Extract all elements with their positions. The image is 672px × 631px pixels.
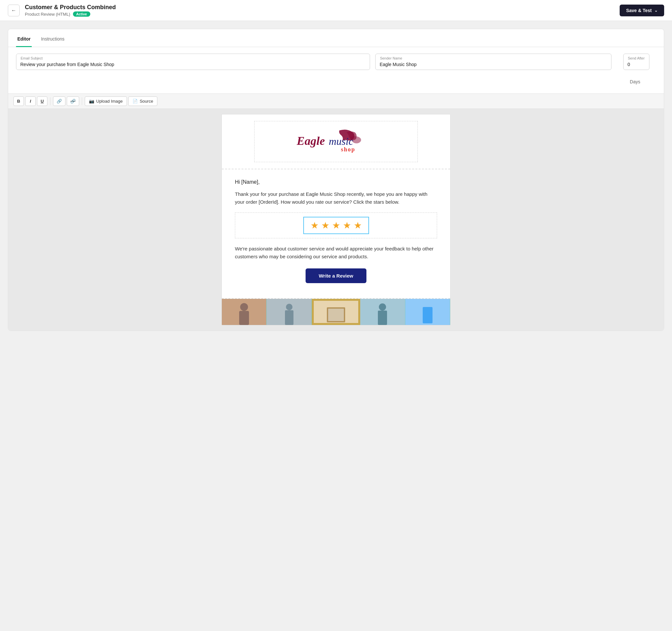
write-review-button[interactable]: Write a Review xyxy=(306,269,366,283)
svg-rect-6 xyxy=(285,310,293,325)
send-after-field: Send After Days xyxy=(617,54,656,87)
header-left: ← Customer & Products Combined Product R… xyxy=(8,4,116,17)
form-row: Email Subject Sender Name Send After Day… xyxy=(8,47,664,94)
tabs: Editor Instructions xyxy=(8,32,664,47)
toolbar-divider xyxy=(50,97,50,105)
header-subtitle: Product Review (HTML) xyxy=(25,12,70,17)
svg-point-5 xyxy=(286,304,292,310)
strip-image-3 xyxy=(312,299,360,325)
underline-button[interactable]: U xyxy=(37,97,47,106)
svg-point-3 xyxy=(240,303,248,311)
upload-image-label: Upload Image xyxy=(96,99,123,104)
email-subject-field: Email Subject xyxy=(16,54,370,70)
image-strip xyxy=(222,299,450,325)
header-sub: Product Review (HTML) Active xyxy=(25,11,116,17)
chevron-down-icon: ⌄ xyxy=(654,8,657,13)
svg-text:music: music xyxy=(329,135,353,147)
link-button[interactable]: 🔗 xyxy=(53,97,66,106)
svg-rect-11 xyxy=(423,307,433,323)
days-label: Days xyxy=(630,71,643,87)
email-preview-inner: Eagle music shop Hi [Name], Thank your f… xyxy=(221,114,451,325)
toolbar-divider-2 xyxy=(82,97,82,105)
star-2: ★ xyxy=(321,220,330,231)
sender-name-label: Sender Name xyxy=(379,56,403,60)
source-icon: 📄 xyxy=(133,99,138,104)
source-label: Source xyxy=(140,99,153,104)
unlink-button[interactable]: 🔗 xyxy=(67,97,79,106)
send-after-label: Send After xyxy=(627,56,645,60)
stars-container: ★ ★ ★ ★ ★ xyxy=(235,212,437,238)
back-button[interactable]: ← xyxy=(8,5,20,16)
email-subject-label: Email Subject xyxy=(20,56,43,60)
save-test-button[interactable]: Save & Test ⌄ xyxy=(620,5,664,16)
svg-text:Eagle: Eagle xyxy=(296,134,325,148)
strip-image-2 xyxy=(267,299,311,325)
star-4: ★ xyxy=(343,220,351,231)
email-subject-input[interactable] xyxy=(16,54,370,70)
svg-rect-4 xyxy=(239,311,249,325)
bold-button[interactable]: B xyxy=(14,97,24,106)
email-paragraph-1: Thank your for your purchase at Eagle Mu… xyxy=(235,190,437,206)
logo-box: Eagle music shop xyxy=(254,121,418,162)
main-content: Editor Instructions Email Subject Sender… xyxy=(0,21,672,339)
svg-point-9 xyxy=(379,303,386,310)
svg-rect-8 xyxy=(328,309,344,321)
tab-editor[interactable]: Editor xyxy=(16,32,32,47)
active-badge: Active xyxy=(73,11,90,17)
eagle-music-shop-logo: Eagle music shop xyxy=(293,128,379,154)
link-icon: 🔗 xyxy=(56,99,62,104)
strip-image-1 xyxy=(222,299,267,325)
svg-rect-10 xyxy=(378,310,387,325)
top-header: ← Customer & Products Combined Product R… xyxy=(0,0,672,21)
source-button[interactable]: 📄 Source xyxy=(128,97,158,106)
italic-button[interactable]: I xyxy=(25,97,35,106)
email-greeting: Hi [Name], xyxy=(235,179,437,185)
svg-text:shop: shop xyxy=(341,146,355,153)
sender-name-input[interactable] xyxy=(375,54,611,70)
editor-container: Editor Instructions Email Subject Sender… xyxy=(8,29,664,331)
logo-section: Eagle music shop xyxy=(222,115,450,169)
strip-image-4 xyxy=(360,299,405,325)
tab-instructions[interactable]: Instructions xyxy=(40,32,66,47)
upload-image-button[interactable]: 📷 Upload Image xyxy=(85,97,127,106)
save-test-label: Save & Test xyxy=(626,8,652,13)
sender-name-field: Sender Name xyxy=(375,54,611,70)
strip-image-5 xyxy=(405,299,450,325)
feedback-paragraph: We're passionate about customer service … xyxy=(235,245,437,260)
email-body: Hi [Name], Thank your for your purchase … xyxy=(222,169,450,299)
star-5: ★ xyxy=(354,220,362,231)
image-icon: 📷 xyxy=(89,99,94,104)
header-title-group: Customer & Products Combined Product Rev… xyxy=(25,4,116,17)
review-button-wrap: Write a Review xyxy=(235,269,437,283)
star-3: ★ xyxy=(332,220,340,231)
page-title: Customer & Products Combined xyxy=(25,4,116,11)
email-preview-outer: Eagle music shop Hi [Name], Thank your f… xyxy=(8,109,664,331)
stars-inner: ★ ★ ★ ★ ★ xyxy=(303,217,369,234)
star-1: ★ xyxy=(311,220,319,231)
editor-toolbar: B I U 🔗 🔗 📷 Upload Image 📄 Source xyxy=(8,94,664,109)
logo-svg-container: Eagle music shop xyxy=(293,128,379,155)
unlink-icon: 🔗 xyxy=(70,99,76,104)
